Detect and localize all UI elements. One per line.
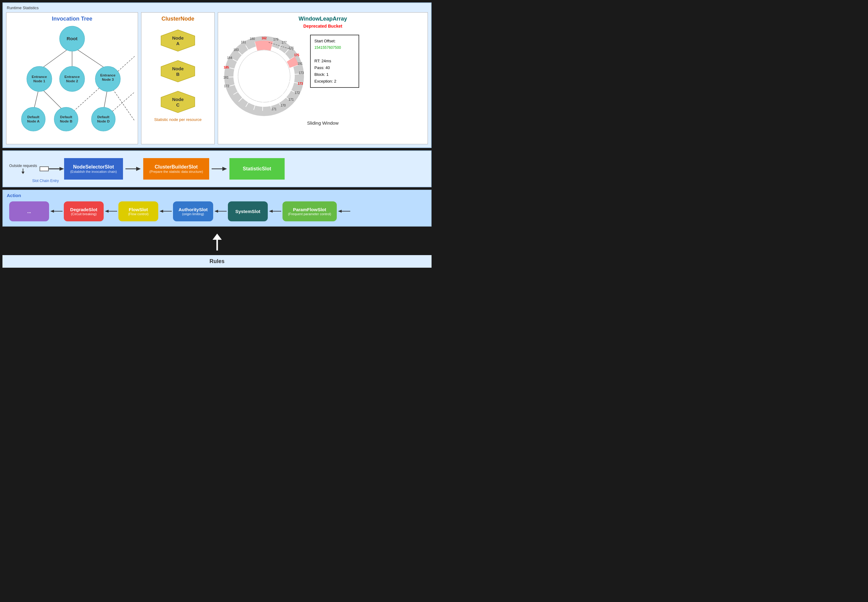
svg-text:170: 170 (281, 104, 286, 107)
svg-text:171: 171 (271, 108, 277, 111)
svg-text:C: C (176, 102, 180, 108)
stats-box: Start Offset: 1541557607500 RT: 24ms Pas… (310, 35, 359, 88)
svg-text:Entrance: Entrance (64, 75, 80, 78)
circular-diagram-container: 162 179 177 176 175 191 173 180 181 183 (221, 32, 307, 119)
up-arrow-icon (211, 233, 223, 252)
invocation-tree-panel: Invocation Tree (6, 12, 138, 144)
svg-text:177: 177 (282, 41, 287, 44)
ellipsis-label: ... (27, 209, 31, 214)
svg-text:Entrance: Entrance (32, 75, 47, 78)
runtime-stats-label: Runtime Statistics (7, 6, 39, 10)
svg-text:175: 175 (294, 54, 299, 57)
authority-slot-sub: (origin limiting) (182, 212, 204, 216)
svg-marker-91 (222, 167, 227, 171)
svg-marker-97 (159, 210, 163, 213)
svg-text:191: 191 (297, 62, 303, 65)
svg-text:172: 172 (224, 84, 229, 88)
lr-arrow-5 (269, 207, 281, 215)
lr-arrow-3 (159, 207, 172, 215)
rules-label: Rules (210, 258, 225, 264)
statistic-label: Statistic node per resource (144, 117, 211, 122)
svg-text:Node 2: Node 2 (66, 79, 78, 83)
runtime-stats-section: Runtime Statistics Invocation Tree (3, 3, 432, 148)
lr-arrow-1 (50, 207, 63, 215)
invocation-tree-title: Invocation Tree (9, 16, 135, 22)
svg-text:Node: Node (172, 66, 184, 71)
flow-slot-box: FlowSlot (Flow control) (118, 201, 158, 221)
slot-chain-entry-label: Slot Chain Entry (32, 179, 59, 183)
svg-marker-103 (338, 210, 342, 213)
cluster-builder-slot-box: ClusterBuilderSlot (Prepare the statisti… (143, 158, 209, 180)
runtime-stats-inner: Invocation Tree (6, 12, 428, 144)
exception-stat: Exception: 2 (314, 78, 355, 85)
statistic-slot-label: StatisticSlot (243, 166, 271, 172)
outer-wrapper: Runtime Statistics Invocation Tree (0, 3, 434, 268)
outside-requests-label: Outside requests (9, 164, 37, 168)
svg-text:Root: Root (67, 36, 77, 41)
svg-marker-101 (269, 210, 272, 213)
system-slot-label: SystemSlot (235, 209, 260, 214)
svg-marker-35 (161, 91, 195, 113)
lr-arrow-end (338, 207, 350, 215)
svg-text:173: 173 (298, 82, 303, 85)
authority-slot-box: AuthoritySlot (origin limiting) (173, 201, 213, 221)
param-flow-slot-label: ParamFlowSlot (293, 207, 326, 212)
svg-marker-99 (214, 210, 218, 213)
node-selector-slot-box: NodeSelectorSlot (Establish the invocati… (64, 158, 123, 180)
lr-arrow-2 (105, 207, 117, 215)
invocation-tree-svg: Root Entrance Node 1 Entrance Node 2 Ent… (9, 22, 135, 139)
degrade-slot-label: DegradeSlot (70, 207, 97, 212)
svg-text:Default: Default (97, 115, 110, 119)
down-arrow-icon (20, 169, 26, 174)
svg-text:Node: Node (172, 35, 184, 40)
svg-text:Entrance: Entrance (100, 73, 116, 77)
svg-marker-93 (50, 210, 54, 213)
window-leap-panel: WindowLeapArray Deprecated Bucket (218, 12, 428, 144)
pass-stat: Pass: 40 (314, 64, 355, 71)
left-arrow-end-icon (338, 207, 350, 215)
start-offset-label: Start Offset: (314, 38, 355, 45)
svg-marker-89 (136, 167, 141, 171)
svg-text:171: 171 (289, 98, 294, 101)
svg-marker-95 (105, 210, 109, 213)
cluster-builder-slot-sub: (Prepare the statistic data structure) (149, 170, 203, 174)
svg-text:Node: Node (172, 97, 184, 102)
svg-text:Node D: Node D (97, 119, 110, 123)
node-b-hex: Node B (155, 59, 201, 83)
param-flow-slot-box: ParamFlowSlot (Frequent parameter contro… (282, 201, 337, 221)
flow-slot-sub: (Flow control) (128, 212, 149, 216)
svg-text:Node A: Node A (27, 119, 40, 123)
big-arrow-1 (126, 164, 141, 174)
sliding-window-label: Sliding Window (221, 120, 424, 126)
svg-marker-105 (213, 233, 222, 240)
left-arrow-2-icon (105, 207, 117, 215)
svg-text:181: 181 (223, 76, 228, 79)
degrade-slot-box: DegradeSlot (Circuit breaking) (64, 201, 104, 221)
param-flow-slot-sub: (Frequent parameter control) (288, 212, 331, 216)
svg-point-39 (238, 50, 290, 102)
degrade-slot-sub: (Circuit breaking) (71, 212, 96, 216)
block-stat: Block: 1 (314, 71, 355, 78)
svg-marker-32 (161, 60, 195, 82)
slot-chain-section: Outside requests NodeSelectorSlot (Estab… (3, 150, 432, 187)
svg-text:Node B: Node B (60, 119, 72, 123)
svg-text:Default: Default (27, 115, 40, 119)
node-a-hex: Node A (155, 28, 201, 53)
svg-text:184: 184 (227, 56, 232, 60)
cluster-builder-slot-label: ClusterBuilderSlot (155, 164, 197, 170)
right-arrow-small-icon (49, 165, 64, 172)
bottom-arrow-section (0, 229, 434, 255)
deprecated-bucket-label: Deprecated Bucket (221, 24, 424, 29)
svg-line-58 (229, 77, 238, 77)
statistic-slot-box: StatisticSlot (230, 158, 285, 180)
outside-requests-wrap: Outside requests (9, 164, 37, 174)
svg-marker-85 (21, 172, 24, 174)
svg-text:173: 173 (299, 71, 304, 75)
svg-text:Node 3: Node 3 (102, 77, 114, 81)
start-offset-value: 1541557607500 (314, 45, 355, 51)
authority-slot-label: AuthoritySlot (179, 207, 208, 212)
lr-arrow-4 (214, 207, 227, 215)
incoming-bar (40, 166, 49, 171)
cluster-node-title: ClusterNode (144, 16, 211, 22)
flow-slot-label: FlowSlot (129, 207, 148, 212)
